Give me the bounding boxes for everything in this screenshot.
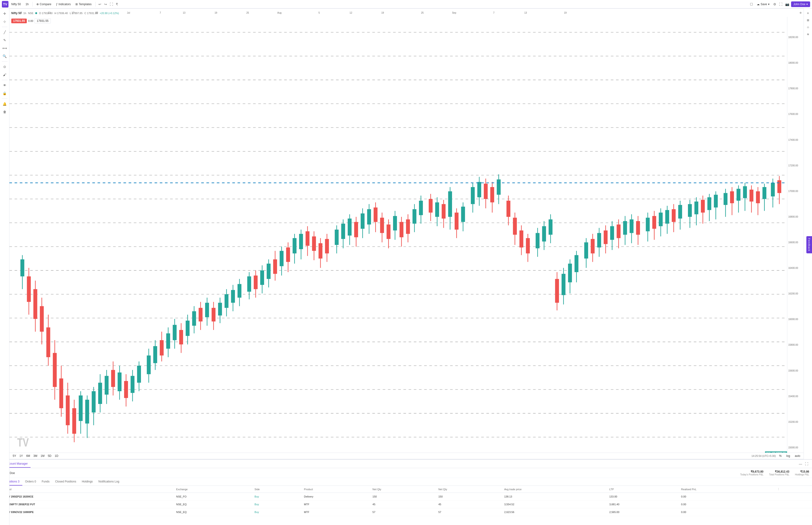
camera-button[interactable]: 📷 [784, 1, 790, 7]
user-chevron: ▾ [806, 3, 808, 6]
indicators-icon: ƒ [56, 3, 58, 6]
redo-button[interactable]: ↪ [103, 1, 108, 7]
separator-2 [95, 2, 96, 6]
external-link-button[interactable]: ⛶ [109, 1, 114, 7]
save-chevron: ▾ [768, 3, 769, 6]
user-button[interactable]: John Doe ▾ [791, 1, 810, 7]
settings-button[interactable]: ⚙ [772, 1, 777, 7]
symbol-label: Nifty 50 [11, 3, 21, 6]
user-name: John Doe [794, 3, 806, 6]
undo-button[interactable]: ↩ [97, 1, 102, 7]
interval-label: 1h [26, 3, 29, 6]
top-toolbar: TV Nifty 50 1h ⊕ Compare ƒ Indicators ⊞ … [0, 0, 812, 9]
toolbar-right: ☐ ☁ Save ▾ ⚙ ⛶ 📷 John Doe ▾ [749, 1, 810, 7]
compare-button[interactable]: ⊕ Compare [34, 2, 53, 7]
indicators-button[interactable]: ƒ Indicators [54, 2, 73, 7]
layout-button[interactable]: ☐ [749, 1, 754, 7]
save-icon: ☁ [757, 3, 760, 6]
separator-1 [32, 2, 33, 6]
interval-button[interactable]: 1h [24, 2, 31, 7]
templates-button[interactable]: ⊞ Templates [74, 2, 93, 7]
fullscreen-button[interactable]: ⛶ [778, 1, 783, 7]
save-button[interactable]: ☁ Save ▾ [755, 2, 771, 7]
rupee-button[interactable]: ₹ [115, 1, 119, 7]
app-logo: TV [2, 1, 9, 7]
compare-icon: ⊕ [36, 3, 39, 6]
symbol-button[interactable]: Nifty 50 [10, 2, 23, 7]
templates-icon: ⊞ [75, 3, 78, 6]
